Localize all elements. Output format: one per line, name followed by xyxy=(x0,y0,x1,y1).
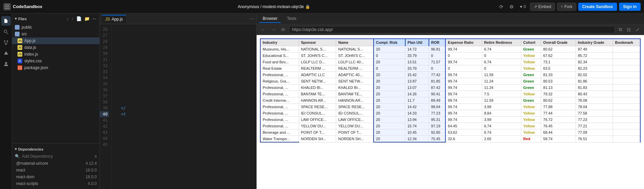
add-dependency-input[interactable] xyxy=(22,154,92,159)
table-cell: 14.42 xyxy=(405,104,429,110)
refresh-button[interactable]: ⟳ xyxy=(497,3,505,11)
new-folder-icon[interactable]: 📁 xyxy=(84,15,90,22)
table-head: Industry Sponsor Name Compl. Risk Plan U… xyxy=(260,39,640,46)
table-cell: Yellow xyxy=(521,110,541,117)
search-nav-icon[interactable] xyxy=(1,27,11,36)
table-cell: POINT OF T... xyxy=(299,129,336,136)
new-file-icon[interactable]: 📄 xyxy=(76,15,82,22)
expand-button[interactable]: ⤢ xyxy=(634,26,641,33)
code-content[interactable]: </ <t xyxy=(112,24,256,189)
table-cell: 13.94 xyxy=(405,117,429,123)
file-datajs[interactable]: JS data.js xyxy=(12,44,99,51)
table-cell xyxy=(613,104,640,110)
create-sandbox-button[interactable]: Create Sandbox xyxy=(578,3,617,11)
table-cell: Professional, ... xyxy=(260,104,299,110)
file-datajs-label: data.js xyxy=(24,45,36,50)
editor-more-icon[interactable]: ··· xyxy=(250,16,254,22)
col-industry-grade: Industry Grade xyxy=(576,39,613,46)
js-file-icon: JS xyxy=(18,38,22,43)
deploy-nav-icon[interactable] xyxy=(1,49,11,58)
file-appjs[interactable]: JS App.js xyxy=(12,37,99,44)
url-bar[interactable] xyxy=(289,26,615,33)
split-view-button[interactable]: ⊟ xyxy=(625,26,633,33)
tab-browser[interactable]: Browser xyxy=(259,15,281,23)
signin-button[interactable]: Sign in xyxy=(619,3,641,11)
table-row: Professional, ...LAW OFFICE...LAW OFFICE… xyxy=(260,117,640,123)
table-cell: 33.79 xyxy=(405,53,429,59)
embed-button[interactable]: ↗ Embed xyxy=(530,3,555,11)
table-cell: Professional, ... xyxy=(260,85,299,91)
table-cell: 77.23 xyxy=(576,117,613,123)
fork-button[interactable]: ⑂ Fork xyxy=(557,3,576,11)
more-icon[interactable]: ··· xyxy=(92,15,97,22)
table-cell: LGLP LLC D... xyxy=(299,59,336,65)
table-cell xyxy=(613,117,640,123)
table-cell: 98.04 xyxy=(429,104,446,110)
table-cell: 78.04 xyxy=(576,104,613,110)
table-cell: Professional, ... xyxy=(260,123,299,129)
preview-area: Browser Tests ← → ⟳ ⧉ ⊟ ⤢ Industry Spons… xyxy=(256,13,644,189)
table-row: Food and Bev...LGLP LLC D...LGLP LLC 40.… xyxy=(260,59,640,65)
file-indexjs-label: index.js xyxy=(24,52,38,57)
file-packagejson[interactable]: { } package.json xyxy=(12,64,99,71)
table-row: Professional, ...YELLOW DU...YELLOW DU..… xyxy=(260,123,640,129)
forward-button[interactable]: → xyxy=(269,26,277,33)
files-label: Files xyxy=(18,17,27,21)
back-button[interactable]: ← xyxy=(259,26,267,33)
table-cell: YELLOW DU... xyxy=(336,123,374,129)
table-cell: 77.88 xyxy=(541,104,576,110)
table-row: Museums, His...NATIONAL S...NATIONAL S..… xyxy=(260,46,640,53)
table-cell: IEI CONSUL... xyxy=(336,110,374,117)
line-numbers: 26 27 28 29 30 31 32 33 34 35 36 37 38 3… xyxy=(100,24,112,189)
dep-version: 18.0.0 xyxy=(86,175,97,179)
sort-down-icon[interactable]: ↓ xyxy=(66,15,69,22)
deps-chevron-icon[interactable]: ▾ xyxy=(15,147,17,151)
table-cell: 6.74 xyxy=(482,59,521,65)
table-cell: 76.72 xyxy=(541,117,576,123)
like-button[interactable]: ♥ 0 xyxy=(518,3,528,10)
fork-label: Fork xyxy=(564,4,573,9)
table-cell: 81.85 xyxy=(429,78,446,85)
file-indexjs[interactable]: JS index.js xyxy=(12,51,99,58)
table-cell: Professional, ... xyxy=(260,72,299,78)
dep-version: 4.12.4 xyxy=(86,161,97,166)
col-compl-risk: Compl. Risk xyxy=(374,39,405,46)
add-dependency-row[interactable]: 🔍 ≡ xyxy=(12,153,99,160)
table-cell: Yellow xyxy=(521,91,541,97)
fork-icon: ⑂ xyxy=(561,4,563,9)
files-chevron-icon[interactable]: ▾ xyxy=(15,17,17,21)
table-cell: 20 xyxy=(374,97,405,104)
menu-icon[interactable] xyxy=(3,3,11,10)
sort-up-icon[interactable]: ↑ xyxy=(71,15,75,22)
table-cell: SENT NETW... xyxy=(299,78,336,85)
files-nav-icon[interactable] xyxy=(1,16,11,26)
table-cell: IEI CONSUL... xyxy=(299,110,336,117)
file-actions: ↓ ↑ 📄 📁 ··· xyxy=(66,15,97,22)
open-in-new-button[interactable]: ⧉ xyxy=(617,26,624,33)
table-cell: 20 xyxy=(374,104,405,110)
js-file-icon: JS xyxy=(18,52,22,57)
table-cell: 77.21 xyxy=(576,123,613,129)
table-cell: 71.57 xyxy=(429,59,446,65)
table-cell: Green xyxy=(521,97,541,104)
folder-public[interactable]: public xyxy=(12,24,99,31)
tab-appjs[interactable]: JS App.js xyxy=(102,15,126,23)
git-nav-icon[interactable] xyxy=(1,38,11,47)
svg-point-3 xyxy=(4,30,7,33)
reload-button[interactable]: ⟳ xyxy=(280,26,287,33)
table-row: Professional, ...SPACE RESE...SPACE RESE… xyxy=(260,104,640,110)
embed-label: Embed xyxy=(538,4,551,9)
table-cell: 13.87 xyxy=(405,78,429,85)
editor-tabs: JS App.js ··· xyxy=(100,13,256,24)
table-cell: 11.7 xyxy=(405,97,429,104)
tab-tests[interactable]: Tests xyxy=(284,15,300,23)
table-cell: 80.62 xyxy=(541,97,576,104)
users-nav-icon[interactable] xyxy=(1,59,11,69)
file-stylescss[interactable]: C styles.css xyxy=(12,58,99,64)
folder-src[interactable]: src xyxy=(12,31,99,37)
table-cell: 0 xyxy=(445,53,482,59)
preview-tabs: Browser Tests xyxy=(257,13,644,24)
table-cell: 20 xyxy=(374,72,405,78)
table-cell: 11.59 xyxy=(482,97,521,104)
settings-button[interactable]: ⚙ xyxy=(507,3,516,11)
